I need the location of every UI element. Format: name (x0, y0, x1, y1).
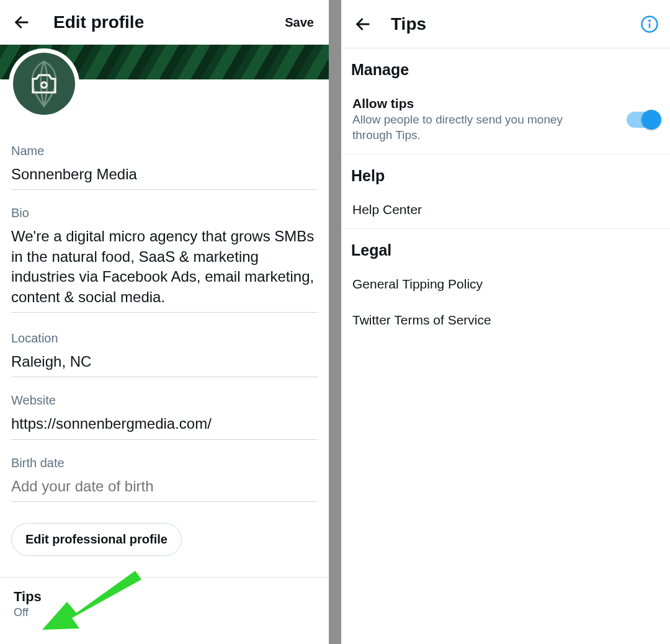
allow-tips-description: Allow people to directly send you money … (352, 112, 588, 143)
tips-header: Tips (341, 0, 670, 48)
allow-tips-row[interactable]: Allow tips Allow people to directly send… (341, 86, 670, 154)
svg-point-8 (649, 20, 650, 21)
page-title: Edit profile (53, 12, 280, 32)
website-label: Website (11, 393, 318, 408)
location-field-group: Location (11, 331, 318, 377)
name-label: Name (11, 144, 318, 158)
tips-row-title: Tips (14, 589, 315, 605)
save-button[interactable]: Save (280, 13, 319, 32)
manage-section-heading: Manage (341, 48, 670, 86)
tips-row[interactable]: Tips Off (0, 578, 329, 619)
name-input[interactable] (11, 162, 318, 190)
location-input[interactable] (11, 349, 318, 377)
edit-professional-profile-button[interactable]: Edit professional profile (11, 523, 182, 556)
tips-settings-screen: Tips Manage Allow tips Allow people to d… (341, 0, 670, 644)
arrow-left-icon (13, 14, 30, 31)
help-center-label: Help Center (352, 202, 660, 217)
birthdate-input[interactable] (11, 474, 318, 502)
general-tipping-policy-label: General Tipping Policy (352, 277, 660, 292)
info-icon (640, 15, 659, 34)
bio-label: Bio (11, 206, 318, 220)
general-tipping-policy-row[interactable]: General Tipping Policy (341, 267, 670, 303)
legal-section-heading: Legal (341, 229, 670, 267)
name-field-group: Name (11, 144, 318, 190)
arrow-left-icon (354, 16, 372, 33)
screen-divider (329, 0, 341, 644)
avatar-image (13, 53, 75, 115)
allow-tips-content: Allow tips Allow people to directly send… (352, 96, 627, 143)
toggle-knob (641, 110, 661, 130)
profile-fields: Name Bio We're a digital micro agency th… (0, 144, 329, 556)
avatar-edit[interactable] (9, 48, 79, 119)
twitter-terms-row[interactable]: Twitter Terms of Service (341, 303, 670, 339)
website-input[interactable] (11, 411, 318, 439)
location-label: Location (11, 331, 318, 346)
help-center-row[interactable]: Help Center (341, 192, 670, 229)
back-button[interactable] (11, 12, 32, 33)
back-button[interactable] (352, 14, 373, 35)
help-section-heading: Help (341, 154, 670, 192)
birthdate-label: Birth date (11, 456, 318, 470)
allow-tips-title: Allow tips (352, 96, 627, 111)
tips-row-status: Off (14, 606, 315, 619)
edit-profile-header: Edit profile Save (0, 0, 329, 45)
twitter-terms-label: Twitter Terms of Service (352, 313, 660, 328)
info-button[interactable] (639, 14, 660, 35)
bio-field-group: Bio We're a digital micro agency that gr… (11, 206, 318, 315)
bio-input[interactable]: We're a digital micro agency that grows … (11, 224, 318, 313)
page-title: Tips (391, 14, 639, 34)
birthdate-field-group: Birth date (11, 456, 318, 502)
edit-profile-screen: Edit profile Save Name Bio We're a digit… (0, 0, 329, 644)
allow-tips-toggle[interactable] (627, 112, 660, 128)
website-field-group: Website (11, 393, 318, 439)
